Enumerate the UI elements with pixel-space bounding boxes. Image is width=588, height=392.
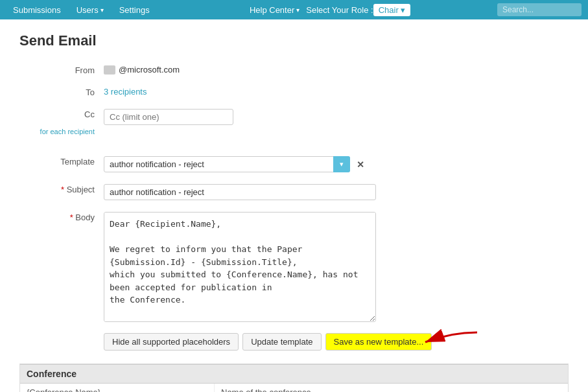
cc-label: Cc: [19, 106, 104, 119]
help-dropdown-arrow: ▾: [296, 6, 300, 14]
nav-users[interactable]: Users ▾: [70, 0, 110, 19]
nav-submissions-label: Submissions: [13, 5, 61, 15]
nav-users-label: Users: [76, 5, 99, 15]
body-row: Body Dear {Recipient.Name}, We regret to…: [19, 209, 569, 324]
save-button-container: Save as new template...: [325, 333, 432, 351]
to-label: To: [19, 84, 104, 97]
nav-settings-label: Settings: [119, 5, 150, 15]
placeholder-name: {Conference.Name}: [20, 384, 215, 392]
from-icon: [104, 65, 115, 75]
to-row: To 3 recipients: [19, 84, 569, 97]
save-as-new-template-button[interactable]: Save as new template...: [325, 333, 432, 351]
to-value: 3 recipients: [104, 84, 569, 97]
template-select-wrapper: author notification - reject ▾: [104, 156, 350, 172]
body-textarea[interactable]: Dear {Recipient.Name}, We regret to info…: [104, 212, 376, 322]
subject-input[interactable]: [104, 184, 376, 200]
page-content: Send Email From @microsoft.com To 3 reci…: [0, 19, 588, 392]
nav-center: Help Center ▾ Select Your Role : Chair ▾: [156, 0, 497, 19]
table-row: {Conference.Name} Name of the conference: [20, 384, 568, 392]
template-select[interactable]: author notification - reject: [104, 156, 350, 172]
body-label: Body: [19, 209, 104, 222]
users-dropdown-arrow: ▾: [100, 6, 104, 14]
body-value: Dear {Recipient.Name}, We regret to info…: [104, 209, 569, 324]
template-row: Template author notification - reject ▾ …: [19, 154, 569, 172]
cc-sublabel: for each recipient: [19, 128, 104, 135]
search-input[interactable]: [497, 3, 582, 16]
nav-left: Submissions Users ▾ Settings: [6, 0, 156, 19]
placeholder-desc: Name of the conference: [215, 384, 318, 392]
template-label: Template: [19, 154, 104, 167]
to-recipients-link[interactable]: 3 recipients: [104, 87, 147, 97]
action-buttons: Hide all supported placeholders Update t…: [104, 333, 569, 351]
page-title: Send Email: [19, 32, 569, 49]
subject-value: [104, 181, 569, 200]
from-value: @microsoft.com: [104, 62, 569, 75]
template-controls: author notification - reject ▾ ✕: [104, 156, 569, 172]
cc-row: Cc: [19, 106, 569, 125]
role-label: Select Your Role :: [306, 5, 373, 15]
conference-section-title: Conference: [20, 364, 568, 384]
template-clear-button[interactable]: ✕: [354, 159, 367, 170]
from-email: @microsoft.com: [119, 65, 180, 75]
conference-table: Conference {Conference.Name} Name of the…: [19, 363, 569, 392]
subject-label: Subject: [19, 181, 104, 194]
subject-row: Subject: [19, 181, 569, 200]
nav-settings[interactable]: Settings: [113, 0, 156, 19]
template-value: author notification - reject ▾ ✕: [104, 154, 569, 172]
from-row: From @microsoft.com: [19, 62, 569, 75]
navbar: Submissions Users ▾ Settings Help Center…: [0, 0, 588, 19]
hide-placeholders-button[interactable]: Hide all supported placeholders: [104, 333, 239, 351]
role-value: Chair: [379, 5, 399, 15]
nav-right: [497, 3, 582, 16]
cc-value: [104, 106, 569, 125]
role-button[interactable]: Chair ▾: [373, 4, 410, 16]
update-template-button[interactable]: Update template: [242, 333, 321, 351]
from-label: From: [19, 62, 104, 75]
cc-input[interactable]: [104, 109, 233, 125]
nav-help-center[interactable]: Help Center ▾: [243, 0, 306, 19]
nav-help-center-label: Help Center: [250, 5, 294, 15]
role-dropdown-arrow: ▾: [401, 5, 405, 15]
nav-submissions[interactable]: Submissions: [6, 0, 67, 19]
